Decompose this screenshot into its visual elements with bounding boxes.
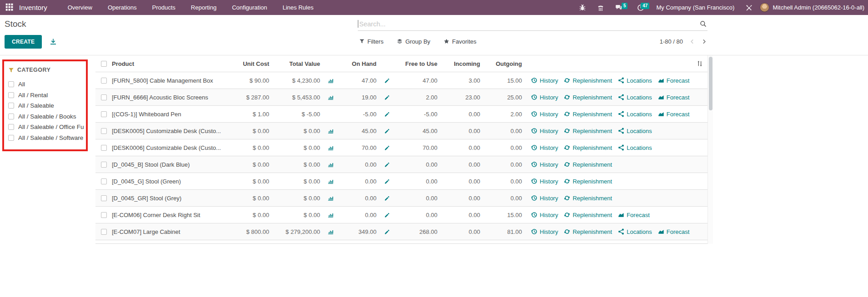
apps-grid-icon[interactable] [5,3,15,12]
table-row[interactable]: [D_0045_GR] Stool (Grey)$ 0.00$ 0.000.00… [95,190,707,207]
menu-products[interactable]: Products [144,0,183,15]
company-switcher[interactable]: My Company (San Francisco) [656,4,734,11]
group-by-button[interactable]: Group By [397,38,430,45]
menu-overview[interactable]: Overview [60,0,100,15]
history-button[interactable]: History [531,161,558,168]
row-checkbox[interactable] [101,162,107,168]
history-button[interactable]: History [531,212,558,218]
edit-pencil-icon[interactable] [384,229,390,235]
replenishment-button[interactable]: Replenishment [564,212,612,218]
history-button[interactable]: History [531,77,558,84]
row-checkbox[interactable] [101,229,107,235]
table-row[interactable]: [FURN_6666] Acoustic Bloc Screens$ 287.0… [95,89,707,106]
category-checkbox[interactable] [8,81,14,87]
valuation-chart-icon[interactable] [327,178,334,184]
product-name[interactable]: [D_0045_B] Stool (Dark Blue) [112,161,227,168]
locations-button[interactable]: Locations [618,77,652,84]
replenishment-button[interactable]: Replenishment [564,144,612,151]
product-name[interactable]: [DESK0006] Customizable Desk (Custo... [112,144,227,151]
category-item[interactable]: All / Rental [8,90,84,101]
forecast-button[interactable]: Forecast [658,228,690,235]
valuation-chart-icon[interactable] [327,144,334,151]
row-checkbox[interactable] [101,178,107,184]
table-row[interactable]: [D_0045_B] Stool (Dark Blue)$ 0.00$ 0.00… [95,156,707,173]
row-checkbox[interactable] [101,145,107,151]
replenishment-button[interactable]: Replenishment [564,228,612,235]
history-button[interactable]: History [531,111,558,118]
pager-next-icon[interactable] [702,39,707,44]
category-checkbox[interactable] [8,114,14,119]
table-row[interactable]: [DESK0006] Customizable Desk (Custo...$ … [95,139,707,156]
menu-reporting[interactable]: Reporting [183,0,224,15]
category-checkbox[interactable] [8,103,14,109]
locations-button[interactable]: Locations [618,94,652,101]
category-checkbox[interactable] [8,124,14,130]
edit-pencil-icon[interactable] [384,162,390,168]
locations-button[interactable]: Locations [618,111,652,118]
history-button[interactable]: History [531,94,558,101]
tools-icon[interactable] [740,4,758,11]
history-button[interactable]: History [531,128,558,134]
history-button[interactable]: History [531,228,558,235]
product-name[interactable]: [D_0045_GR] Stool (Grey) [112,195,227,202]
column-product[interactable]: Product [112,60,227,67]
product-name[interactable]: [E-COM07] Large Cabinet [112,228,227,235]
valuation-chart-icon[interactable] [327,212,334,218]
replenishment-button[interactable]: Replenishment [564,77,612,84]
menu-operations[interactable]: Operations [100,0,145,15]
history-button[interactable]: History [531,144,558,151]
product-name[interactable]: [E-COM06] Corner Desk Right Sit [112,212,227,218]
category-checkbox[interactable] [8,135,14,141]
replenishment-button[interactable]: Replenishment [564,94,612,101]
replenishment-button[interactable]: Replenishment [564,195,612,202]
column-incoming[interactable]: Incoming [441,60,484,67]
edit-pencil-icon[interactable] [384,94,390,100]
row-checkbox[interactable] [101,128,107,134]
forecast-button[interactable]: Forecast [618,212,650,218]
filters-button[interactable]: Filters [359,38,383,45]
row-checkbox[interactable] [101,111,107,117]
row-checkbox[interactable] [101,78,107,84]
table-row[interactable]: [E-COM07] Large Cabinet$ 800.00$ 279,200… [95,223,707,240]
avatar[interactable] [760,3,769,12]
search-input[interactable]: Search... [358,17,707,31]
table-row[interactable]: [(COS-1)] Whiteboard Pen$ 1.00$ -5.00-5.… [95,106,707,123]
product-name[interactable]: [FURN_5800] Cable Management Box [112,77,227,84]
category-checkbox[interactable] [8,92,14,98]
product-name[interactable]: [D_0045_G] Stool (Green) [112,178,227,185]
pager-previous-icon[interactable] [690,39,695,44]
forecast-button[interactable]: Forecast [658,94,690,101]
export-download-icon[interactable] [50,38,57,45]
optional-columns-icon[interactable] [697,60,703,67]
edit-pencil-icon[interactable] [384,111,390,117]
table-row[interactable]: [FURN_5800] Cable Management Box$ 90.00$… [95,72,707,89]
voip-phone-icon[interactable] [592,4,610,11]
activities-clock-icon[interactable]: 47 [632,4,650,11]
vertical-scrollbar[interactable] [707,55,713,244]
edit-pencil-icon[interactable] [384,178,390,184]
table-row[interactable]: [D_0045_G] Stool (Green)$ 0.00$ 0.000.00… [95,173,707,190]
search-icon[interactable] [700,20,707,27]
replenishment-button[interactable]: Replenishment [564,128,612,134]
user-menu[interactable]: Mitchell Admin (20665062-16-0-all) [773,4,864,11]
valuation-chart-icon[interactable] [327,128,334,134]
table-row[interactable]: [DESK0005] Customizable Desk (Custo...$ … [95,123,707,139]
locations-button[interactable]: Locations [618,144,652,151]
scrollbar-thumb[interactable] [709,57,712,110]
column-on-hand[interactable]: On Hand [337,60,380,67]
history-button[interactable]: History [531,178,558,185]
replenishment-button[interactable]: Replenishment [564,178,612,185]
row-checkbox[interactable] [101,94,107,100]
edit-pencil-icon[interactable] [384,145,390,151]
edit-pencil-icon[interactable] [384,78,390,84]
column-free-to-use[interactable]: Free to Use [394,60,441,67]
forecast-button[interactable]: Forecast [658,77,690,84]
valuation-chart-icon[interactable] [327,94,334,100]
column-outgoing[interactable]: Outgoing [484,60,526,67]
locations-button[interactable]: Locations [618,228,652,235]
edit-pencil-icon[interactable] [384,195,390,201]
category-item[interactable]: All / Saleable / Software [8,133,84,144]
replenishment-button[interactable]: Replenishment [564,161,612,168]
table-row[interactable]: [E-COM06] Corner Desk Right Sit$ 0.00$ 0… [95,207,707,223]
select-all-checkbox[interactable] [101,61,107,67]
